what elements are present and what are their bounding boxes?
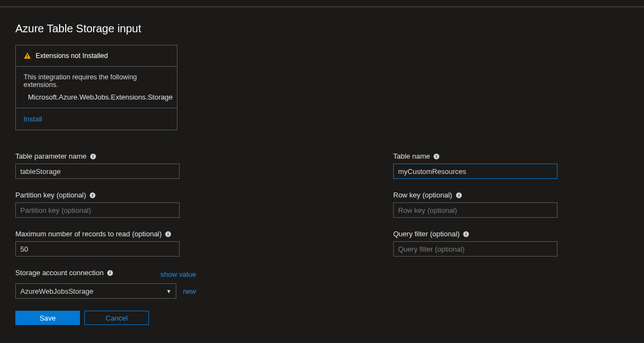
cancel-button[interactable]: Cancel [84, 311, 149, 325]
page-title: Azure Table Storage input [15, 22, 629, 35]
info-icon[interactable] [165, 231, 171, 237]
info-icon[interactable] [89, 192, 96, 199]
row-key-input[interactable] [393, 202, 557, 218]
conn-selected-value: AzureWebJobsStorage [20, 287, 93, 295]
info-icon[interactable] [463, 231, 469, 237]
install-link[interactable]: Install [24, 115, 42, 123]
max-records-label: Maximum number of records to read (optio… [15, 230, 162, 238]
svg-rect-11 [168, 233, 169, 235]
row-key-label: Row key (optional) [393, 191, 452, 199]
save-button[interactable]: Save [15, 311, 80, 325]
svg-rect-5 [93, 155, 93, 158]
new-conn-link[interactable]: new [183, 287, 196, 295]
svg-rect-6 [93, 155, 93, 155]
svg-rect-14 [110, 272, 111, 274]
chevron-down-icon: ▼ [166, 288, 171, 294]
query-filter-label: Query filter (optional) [393, 230, 459, 238]
svg-rect-21 [458, 194, 459, 194]
svg-rect-9 [93, 194, 93, 194]
param-name-label: Table parameter name [15, 152, 87, 160]
partition-key-label: Partition key (optional) [15, 191, 86, 199]
svg-rect-23 [466, 233, 467, 235]
warning-description: This integration requires the following … [24, 73, 169, 89]
show-value-link[interactable]: show value [160, 270, 196, 278]
table-name-label: Table name [393, 152, 430, 160]
svg-rect-8 [93, 194, 93, 196]
conn-select[interactable]: AzureWebJobsStorage ▼ [15, 283, 176, 299]
svg-rect-12 [168, 232, 169, 233]
param-name-input[interactable] [15, 164, 180, 179]
warning-icon [24, 52, 31, 60]
partition-key-input[interactable] [15, 202, 180, 218]
svg-rect-24 [466, 232, 467, 233]
extension-name: Microsoft.Azure.WebJobs.Extensions.Stora… [28, 93, 173, 101]
extension-warning-box: Extensions not Installed This integratio… [15, 45, 177, 130]
query-filter-input[interactable] [393, 241, 557, 257]
svg-rect-17 [436, 155, 437, 158]
warning-header: Extensions not Installed [36, 52, 108, 60]
svg-rect-0 [27, 54, 27, 56]
info-icon[interactable] [90, 153, 96, 160]
info-icon[interactable] [456, 192, 462, 199]
max-records-input[interactable] [15, 241, 180, 257]
svg-rect-1 [27, 57, 27, 58]
conn-label: Storage account connection [15, 269, 104, 277]
info-icon[interactable] [433, 153, 440, 160]
svg-rect-18 [436, 155, 437, 155]
info-icon[interactable] [107, 270, 113, 276]
svg-rect-20 [458, 194, 459, 196]
table-name-input[interactable] [393, 164, 557, 179]
svg-rect-15 [110, 271, 111, 272]
